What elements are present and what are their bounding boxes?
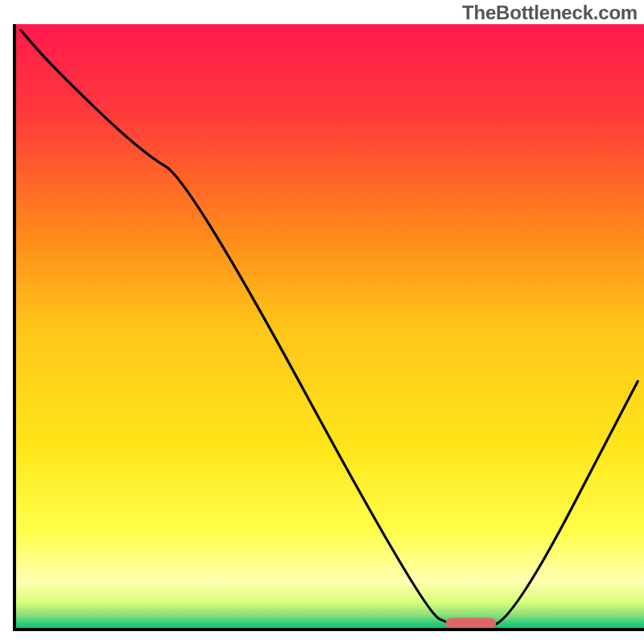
bottleneck-chart [0,0,644,644]
optimal-marker [446,617,497,629]
chart-container: { "watermark": "TheBottleneck.com", "cha… [0,0,644,644]
watermark-label: TheBottleneck.com [462,2,638,24]
gradient-background [14,24,644,630]
